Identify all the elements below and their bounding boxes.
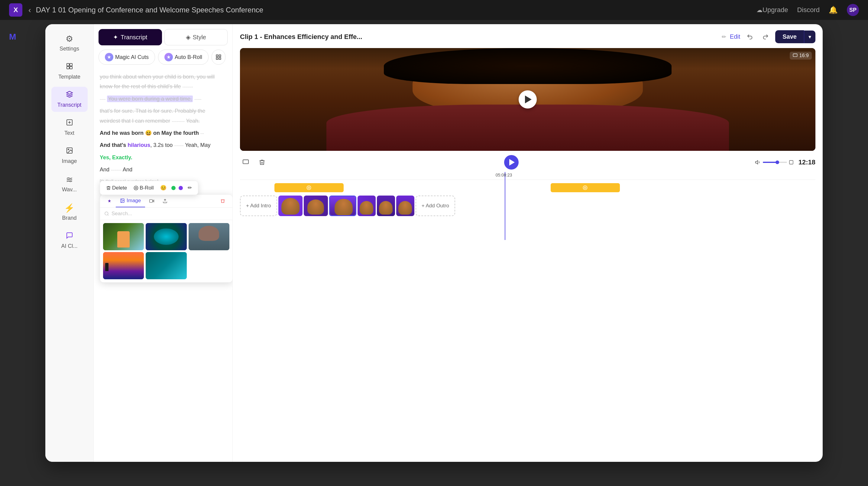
timeline-upper-track	[240, 182, 815, 194]
play-button[interactable]	[504, 155, 519, 170]
edit-button[interactable]: Edit	[730, 33, 740, 40]
broll-image-3[interactable]	[189, 223, 229, 250]
style-tab-icon: ◈	[186, 34, 190, 41]
video-preview: 16:9	[240, 48, 815, 151]
magic-ai-cuts-button[interactable]: Magic AI Cuts	[98, 50, 155, 65]
broll-tabs: Image	[100, 195, 232, 208]
svg-marker-21	[755, 160, 758, 164]
svg-rect-8	[219, 55, 221, 57]
broll-delete-tab[interactable]	[216, 195, 229, 207]
template-icon	[66, 62, 73, 72]
sidebar-label-image: Image	[62, 158, 77, 164]
save-button[interactable]: Save	[775, 30, 804, 43]
video-header: Clip 1 - Enhances Efficiency and Effe...…	[240, 30, 815, 43]
sidebar-item-wave[interactable]: ≋ Wav...	[51, 171, 88, 196]
svg-point-23	[307, 186, 311, 189]
discord-button[interactable]: Discord	[797, 6, 819, 14]
time-display: 12:18	[799, 158, 815, 166]
broll-upload-tab[interactable]	[158, 195, 172, 207]
broll-magic-tab[interactable]	[103, 195, 116, 207]
playhead-marker[interactable]: 05:08:23	[505, 172, 505, 240]
add-outro-button[interactable]: + Add Outro	[415, 195, 455, 216]
svg-point-18	[105, 212, 108, 215]
timeline-clip-3[interactable]	[329, 195, 356, 216]
tab-transcript[interactable]: ✦ Transcript	[98, 29, 162, 45]
redo-button[interactable]	[760, 31, 772, 43]
undo-button[interactable]	[744, 31, 756, 43]
transcript-yes-exactly: Yes, Exactly.	[100, 153, 226, 162]
pencil-edit-button[interactable]: ✏	[186, 183, 194, 192]
delete-button[interactable]: Delete	[104, 184, 129, 192]
sidebar-label-settings: Settings	[60, 45, 79, 52]
timeline: 05:08:23	[240, 172, 815, 456]
tab-style[interactable]: ◈ Style	[164, 29, 228, 45]
add-intro-button[interactable]: + Add Intro	[240, 195, 277, 216]
svg-rect-9	[216, 58, 218, 60]
sidebar-label-transcript: Transcript	[57, 102, 81, 108]
broll-clip-1[interactable]	[274, 183, 343, 192]
timeline-clip-6[interactable]	[396, 195, 414, 216]
broll-image-5[interactable]	[146, 252, 186, 279]
sidebar-item-image[interactable]: Image	[51, 143, 88, 168]
auto-b-roll-button[interactable]: Auto B-Roll	[158, 50, 209, 65]
project-title: DAY 1 01 Opening of Conference and Welco…	[36, 6, 753, 14]
upgrade-button[interactable]: Upgrade	[763, 6, 788, 14]
notification-icon[interactable]: 🔔	[829, 6, 838, 14]
sidebar-item-settings[interactable]: ⚙ Settings	[51, 30, 88, 56]
timeline-clip-5[interactable]	[377, 195, 395, 216]
captions-button[interactable]	[240, 157, 251, 168]
person-body	[327, 104, 729, 151]
broll-clip-2[interactable]	[551, 183, 620, 192]
pencil-icon: ✏	[722, 34, 726, 40]
back-button[interactable]: ‹	[28, 5, 31, 15]
user-avatar[interactable]: SP	[847, 4, 859, 16]
green-dot-button[interactable]	[172, 186, 176, 190]
transcript-area[interactable]: you think about when your child is born,…	[94, 69, 232, 188]
sidebar-item-text[interactable]: Text	[51, 115, 88, 140]
sidebar-item-brand[interactable]: ⚡ Brand	[51, 200, 88, 225]
timeline-clip-2[interactable]	[304, 195, 328, 216]
transcript-line-1: you think about when your child is born,…	[100, 74, 215, 89]
purple-dot-button[interactable]	[179, 186, 183, 190]
broll-button[interactable]: B-Roll	[132, 184, 155, 192]
broll-video-tab[interactable]	[145, 195, 158, 207]
broll-image-1[interactable]	[103, 223, 144, 250]
right-panel: Clip 1 - Enhances Efficiency and Effe...…	[233, 24, 823, 462]
sidebar-label-template: Template	[58, 74, 81, 80]
broll-image-2[interactable]	[146, 223, 186, 250]
ai-icon	[66, 232, 73, 241]
svg-point-26	[585, 187, 586, 188]
sidebar: ⚙ Settings Template T	[45, 24, 94, 462]
save-dropdown-button[interactable]: ▾	[804, 31, 815, 43]
emoji-button[interactable]: 😊	[158, 183, 168, 192]
main-tabs: ✦ Transcript ◈ Style	[94, 24, 232, 45]
main-modal: ⚙ Settings Template T	[45, 24, 823, 462]
transcript-icon	[66, 90, 73, 100]
play-overlay-button[interactable]	[519, 90, 537, 109]
image-icon	[66, 147, 73, 156]
transcript-line-2a: You were born during a weird time,	[107, 95, 193, 102]
person-hair	[384, 48, 672, 84]
sidebar-label-text: Text	[64, 130, 74, 136]
sidebar-item-ai[interactable]: AI Cl...	[51, 228, 88, 253]
sidebar-item-transcript[interactable]: Transcript	[51, 87, 88, 112]
svg-rect-19	[793, 54, 797, 57]
timeline-main-row: + Add Intro	[240, 194, 815, 218]
volume-slider[interactable]	[763, 162, 787, 163]
broll-image-4[interactable]	[103, 252, 144, 279]
svg-rect-16	[150, 200, 153, 202]
grid-view-button[interactable]	[212, 50, 225, 65]
topbar: X ‹ DAY 1 01 Opening of Conference and W…	[0, 0, 868, 20]
svg-rect-1	[70, 63, 72, 66]
tool-row: Magic AI Cuts Auto B-Roll	[94, 45, 232, 69]
sidebar-label-ai: AI Cl...	[61, 243, 78, 249]
delete-clip-button[interactable]	[256, 157, 268, 168]
context-menu: Delete B-Roll 😊 ✏	[100, 181, 198, 195]
timeline-clip-4[interactable]	[358, 195, 376, 216]
sidebar-label-brand: Brand	[62, 215, 76, 221]
sidebar-item-template[interactable]: Template	[51, 59, 88, 84]
svg-point-6	[68, 149, 69, 150]
timeline-clip-1[interactable]	[278, 195, 303, 216]
broll-search-input[interactable]	[112, 211, 228, 217]
broll-image-tab[interactable]: Image	[116, 195, 145, 207]
